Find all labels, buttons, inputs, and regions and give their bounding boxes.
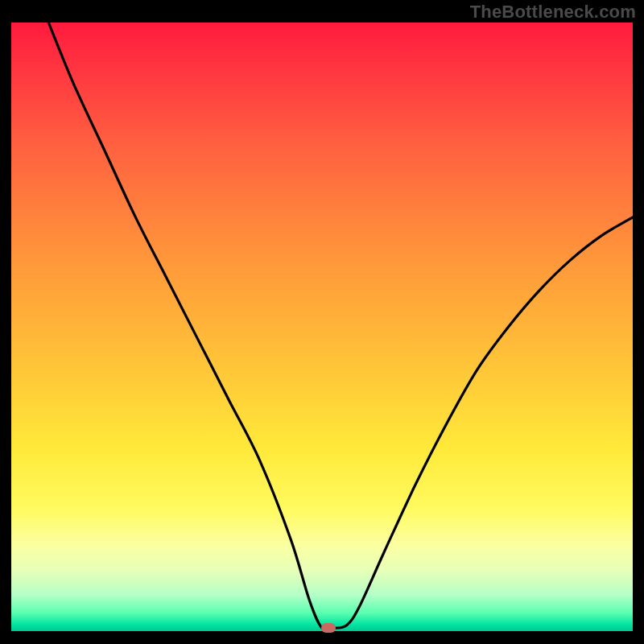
watermark-text: TheBottleneck.com bbox=[470, 2, 636, 23]
curve-path bbox=[48, 23, 633, 630]
bottleneck-curve bbox=[11, 23, 633, 631]
optimum-marker bbox=[321, 623, 336, 633]
plot-area bbox=[11, 23, 633, 631]
chart-container: TheBottleneck.com bbox=[0, 0, 644, 644]
